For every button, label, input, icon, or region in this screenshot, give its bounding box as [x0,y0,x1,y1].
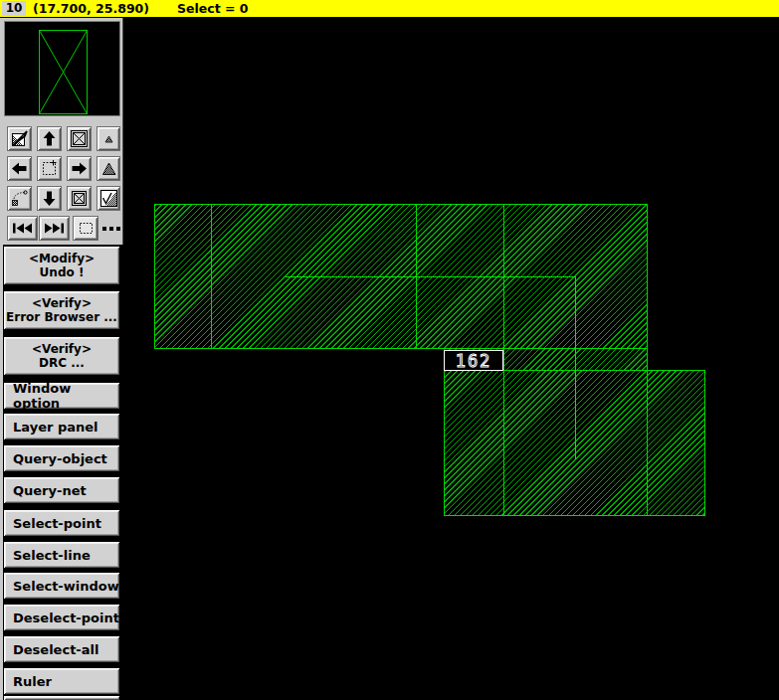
button-label: Query-net [13,483,87,498]
ellipsis-icon [101,226,121,232]
button-label: Query-object [13,451,107,466]
shape-edge-line [503,204,504,516]
button-line: <Verify> [32,342,92,356]
button-label: Deselect-point [13,611,119,625]
status-titlebar: 10 (17.700, 25.890) Select = 0 [0,0,779,18]
button-label: Select-window [13,579,119,594]
modify-undo-button[interactable]: <Modify> Undo ! [4,247,119,284]
pan-left-button[interactable] [7,156,32,181]
mountain-icon [99,159,118,178]
select-line-button[interactable]: Select-line [4,542,119,568]
dashed-box-plus-icon [40,159,59,178]
redraw-button[interactable] [67,186,92,211]
box-x-small-icon [70,189,89,208]
small-mountain-icon [99,129,118,148]
button-label: Select-line [13,548,91,563]
window-id-badge: 10 [2,1,26,16]
zoom-fit-button[interactable] [67,126,92,151]
shape-edge-line [647,370,648,516]
dashed-selection-icon [77,219,96,238]
zoom-out-small-button[interactable] [97,126,120,151]
view-first-button[interactable] [7,216,38,241]
rewind-icon [10,219,35,238]
button-label: Deselect-all [13,642,98,657]
verify-error-browser-button[interactable]: <Verify> Error Browser ... [4,291,119,329]
navigator-extent-icon [5,22,119,115]
edit-layer-icon [10,129,29,148]
button-line: Undo ! [40,265,85,279]
select-box-button[interactable] [73,216,98,241]
select-window-button[interactable]: Select-window [4,573,119,599]
sidebar: <Modify> Undo ! <Verify> Error Browser .… [0,18,125,700]
shape-edge-line [211,204,212,349]
box-x-icon [70,129,89,148]
net-wire-horizontal[interactable] [286,276,576,277]
down-arrow-icon [40,189,59,208]
net-wire-vertical[interactable] [575,276,576,459]
net-label-text: 162 [456,351,492,371]
deselect-point-button[interactable]: Deselect-point [4,605,119,630]
button-line: Error Browser ... [6,310,117,324]
zoom-in-button[interactable] [97,156,120,181]
right-arrow-icon [70,159,89,178]
select-count: Select = 0 [177,0,249,18]
pan-down-button[interactable] [37,186,62,211]
fast-forward-icon [42,219,67,238]
verify-drc-button[interactable]: <Verify> DRC ... [4,337,119,375]
net-label-box[interactable]: 162 [444,350,503,371]
select-point-button[interactable]: Select-point [4,510,119,536]
clipped-button[interactable] [4,696,119,700]
button-line: DRC ... [39,356,85,370]
query-object-button[interactable]: Query-object [4,445,119,471]
cursor-coordinates: (17.700, 25.890) [33,0,149,18]
up-arrow-icon [40,129,59,148]
zoom-window-button[interactable] [37,156,62,181]
navigator-overview[interactable] [4,21,120,116]
edit-layer-button[interactable] [7,126,32,151]
more-options-button[interactable] [100,216,122,241]
deselect-all-button[interactable]: Deselect-all [4,636,119,662]
button-label: Ruler [13,674,52,689]
button-label: Select-point [13,516,101,531]
button-line: <Verify> [32,296,92,310]
ruler-button[interactable]: Ruler [4,668,119,694]
pan-up-button[interactable] [37,126,62,151]
pan-right-button[interactable] [67,156,92,181]
mask-edit-button[interactable] [97,186,120,211]
view-last-button[interactable] [39,216,70,241]
zoom-previous-button[interactable] [7,186,32,211]
query-net-button[interactable]: Query-net [4,477,119,503]
button-line: <Modify> [29,252,95,265]
button-label: Layer panel [13,420,98,435]
window-option-button[interactable]: Window option [4,383,119,409]
layer-panel-button[interactable]: Layer panel [4,414,119,439]
check-mask-icon [99,189,118,208]
button-label: Window option [13,381,119,411]
layout-canvas[interactable]: 162 [125,18,779,700]
shrink-area-icon [10,189,29,208]
left-arrow-icon [10,159,29,178]
